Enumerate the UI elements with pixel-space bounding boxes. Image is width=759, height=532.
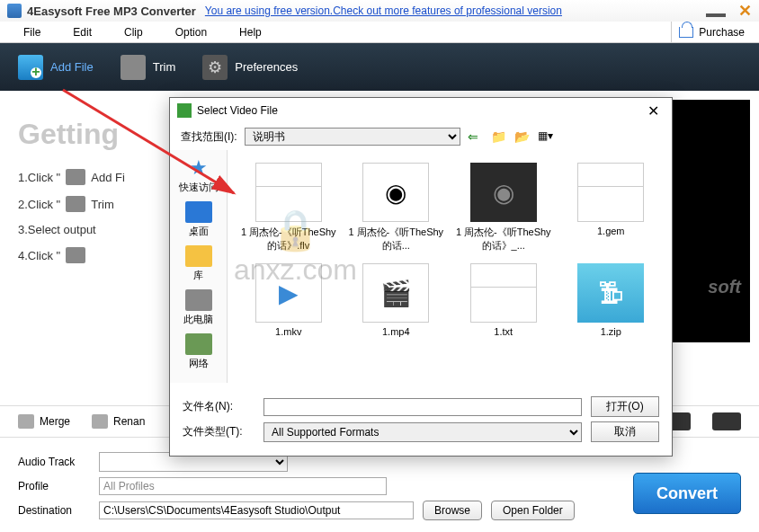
profile-label: Profile — [18, 480, 90, 492]
file-item[interactable]: 🗜1.zip — [559, 260, 664, 341]
camera-button[interactable] — [712, 412, 741, 430]
star-icon: ★ — [185, 157, 212, 179]
file-item[interactable]: ▶1.mkv — [237, 260, 341, 341]
merge-icon — [18, 414, 34, 429]
up-folder-icon[interactable]: 📁 — [491, 129, 507, 144]
file-thumb-icon — [255, 163, 322, 222]
file-item[interactable]: 1 周杰伦-《听TheShy的话》.flv — [237, 159, 341, 256]
app-logo-icon — [7, 4, 22, 18]
step4-icon — [66, 247, 85, 263]
audio-track-label: Audio Track — [18, 456, 90, 468]
menu-clip[interactable]: Clip — [108, 26, 159, 39]
filetype-select[interactable]: All Supported Formats — [263, 422, 582, 442]
file-thumb-icon: 🗜 — [577, 263, 644, 323]
file-dialog: Select Video File ✕ 查找范围(I): 说明书 ⇐ 📁 📂 ▦… — [169, 97, 673, 457]
file-item[interactable]: ◉1 周杰伦-《听TheShy的话... — [344, 159, 449, 256]
library-icon — [185, 245, 212, 267]
sidebar-network[interactable]: 网络 — [170, 330, 227, 374]
menu-help[interactable]: Help — [223, 26, 278, 39]
app-title: 4Easysoft Free MP3 Converter — [27, 4, 196, 18]
rename-icon — [92, 414, 108, 429]
file-name: 1.mkv — [275, 326, 301, 337]
step1-icon — [66, 169, 85, 185]
preferences-label: Preferences — [235, 60, 298, 74]
trim-button[interactable]: Trim — [121, 55, 176, 80]
file-thumb-icon: ◉ — [470, 163, 537, 222]
add-file-icon — [18, 55, 43, 80]
preferences-button[interactable]: Preferences — [202, 55, 298, 80]
sidebar-quick-access[interactable]: ★ 快速访问 — [170, 154, 227, 198]
destination-label: Destination — [18, 504, 90, 517]
menu-bar: File Edit Clip Option Help Purchase — [0, 22, 759, 43]
dialog-title: Select Video File — [197, 104, 278, 117]
browse-button[interactable]: Browse — [423, 501, 482, 520]
back-icon[interactable]: ⇐ — [468, 129, 484, 144]
profile-input[interactable] — [99, 477, 387, 495]
file-item[interactable]: ◉1 周杰伦-《听TheShy的话》_... — [451, 159, 556, 256]
open-folder-button[interactable]: Open Folder — [491, 501, 575, 520]
file-thumb-icon: ◉ — [362, 163, 429, 222]
dialog-icon — [177, 103, 192, 118]
dialog-toolbar: 查找范围(I): 说明书 ⇐ 📁 📂 ▦▾ — [170, 123, 672, 150]
desktop-icon — [185, 201, 212, 223]
filename-label: 文件名(N): — [183, 399, 254, 414]
preview-watermark: soft — [708, 277, 741, 297]
add-file-label: Add File — [50, 60, 94, 74]
menu-edit[interactable]: Edit — [57, 26, 108, 39]
main-toolbar: Add File Trim Preferences — [0, 43, 759, 91]
network-icon — [185, 333, 212, 355]
file-name: 1 周杰伦-《听TheShy的话... — [348, 226, 445, 253]
purchase-label: Purchase — [699, 26, 745, 39]
menu-file[interactable]: File — [7, 26, 57, 39]
lookin-select[interactable]: 说明书 — [245, 128, 460, 146]
dialog-close-button[interactable]: ✕ — [642, 102, 665, 120]
file-thumb-icon — [470, 263, 537, 323]
file-thumb-icon — [577, 163, 644, 222]
file-thumb-icon: ▶ — [255, 263, 322, 323]
dialog-sidebar: ★ 快速访问 桌面 库 此电脑 网络 — [170, 150, 228, 383]
title-bar: 4Easysoft Free MP3 Converter You are usi… — [0, 0, 759, 22]
file-item[interactable]: 🎬1.mp4 — [344, 260, 449, 341]
upgrade-link[interactable]: You are using free version.Check out mor… — [205, 4, 562, 17]
view-menu-icon[interactable]: ▦▾ — [538, 129, 554, 144]
file-item[interactable]: 1.gem — [559, 159, 664, 256]
cancel-button[interactable]: 取消 — [591, 421, 659, 442]
file-thumb-icon: 🎬 — [362, 263, 429, 323]
add-file-button[interactable]: Add File — [18, 55, 94, 80]
convert-button[interactable]: Convert — [633, 473, 741, 514]
file-name: 1.mp4 — [382, 326, 410, 337]
open-button[interactable]: 打开(O) — [591, 396, 659, 417]
purchase-button[interactable]: Purchase — [671, 22, 752, 42]
destination-input[interactable] — [99, 501, 414, 519]
gear-icon — [202, 55, 228, 80]
dialog-titlebar: Select Video File ✕ — [170, 98, 672, 123]
lookin-label: 查找范围(I): — [181, 129, 237, 145]
merge-button[interactable]: Merge — [18, 414, 70, 429]
trim-label: Trim — [153, 60, 176, 74]
dialog-footer: 文件名(N): 打开(O) 文件类型(T): All Supported For… — [170, 383, 672, 456]
cart-icon — [679, 27, 693, 38]
close-button[interactable]: ✕ — [738, 1, 752, 21]
sidebar-thispc[interactable]: 此电脑 — [170, 286, 227, 330]
new-folder-icon[interactable]: 📂 — [514, 129, 531, 144]
step2-icon — [66, 196, 85, 212]
file-name: 1 周杰伦-《听TheShy的话》_... — [455, 226, 552, 253]
file-name: 1.gem — [597, 226, 625, 236]
sidebar-desktop[interactable]: 桌面 — [170, 198, 227, 242]
filename-input[interactable] — [263, 398, 582, 416]
file-name: 1.txt — [494, 326, 513, 337]
menu-option[interactable]: Option — [159, 26, 223, 39]
rename-button[interactable]: Renan — [92, 414, 145, 429]
file-name: 1.zip — [601, 326, 621, 337]
sidebar-library[interactable]: 库 — [170, 242, 227, 286]
filetype-label: 文件类型(T): — [183, 424, 254, 439]
file-list: 1 周杰伦-《听TheShy的话》.flv◉1 周杰伦-《听TheShy的话..… — [228, 150, 672, 383]
trim-icon — [121, 55, 146, 80]
minimize-button[interactable] — [706, 13, 726, 17]
pc-icon — [185, 289, 212, 311]
file-name: 1 周杰伦-《听TheShy的话》.flv — [240, 226, 337, 253]
file-item[interactable]: 1.txt — [451, 260, 556, 341]
